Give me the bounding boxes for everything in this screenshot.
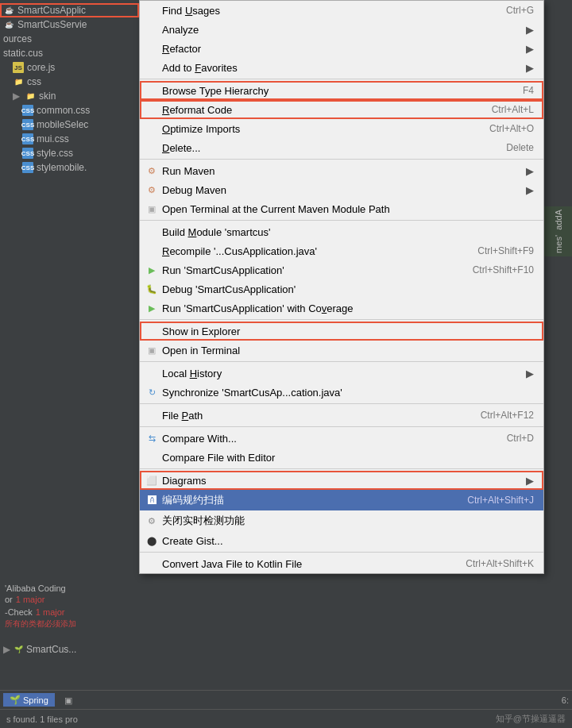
submenu-arrow: ▶ — [510, 475, 534, 487]
separator-5 — [140, 361, 543, 362]
tree-item-common-css[interactable]: CSS common.css — [0, 103, 139, 117]
submenu-arrow: ▶ — [510, 24, 534, 36]
tree-label: SmartCusApplic — [17, 5, 86, 16]
tree-item-style-css[interactable]: CSS style.css — [0, 146, 139, 160]
spring-icon: 🌱 — [13, 644, 24, 655]
menu-label: Run 'SmartCusApplication' with Coverage — [162, 302, 354, 314]
menu-item-open-terminal2[interactable]: ▣ Open in Terminal — [140, 341, 543, 360]
menu-item-code-scan[interactable]: 🅰 编码规约扫描 Ctrl+Alt+Shift+J — [140, 490, 543, 510]
tab-spring[interactable]: 🌱 Spring — [3, 693, 55, 707]
menu-item-delete[interactable]: Delete... Delete — [140, 138, 543, 157]
tree-label: mui.css — [37, 133, 69, 144]
tree-item-corejs[interactable]: JS core.js — [0, 60, 139, 75]
tree-item-sources[interactable]: ources — [0, 32, 139, 46]
menu-label: Open in Terminal — [162, 345, 240, 356]
menu-label: Compare With... — [162, 433, 237, 445]
right-label-2: mes' — [554, 235, 563, 253]
tree-item-smartcus-bottom[interactable]: ▶ 🌱 SmartCus... — [0, 642, 139, 657]
separator-4 — [140, 319, 543, 320]
menu-label: Analyze — [162, 24, 199, 36]
submenu-arrow: ▶ — [510, 368, 534, 379]
expand-arrow: ▶ — [13, 91, 20, 102]
menu-label: Synchronize 'SmartCusAp...cation.java' — [162, 387, 342, 399]
tree-item-static[interactable]: static.cus — [0, 46, 139, 60]
coding-standard-label: 'Alibaba Coding — [5, 584, 134, 593]
tree-label: stylemobile. — [37, 162, 87, 173]
menu-label: Open Terminal at the Current Maven Modul… — [162, 203, 390, 215]
menu-item-build-module[interactable]: Build Module 'smartcus' — [140, 222, 543, 241]
separator-2 — [140, 159, 543, 160]
menu-label: Create Gist... — [162, 535, 223, 547]
menu-item-browse-hierarchy[interactable]: Browse Type Hierarchy F4 — [140, 81, 543, 100]
menu-label: Recompile '...CusApplication.java' — [162, 245, 317, 257]
menu-item-file-path[interactable]: File Path Ctrl+Alt+F12 — [140, 406, 543, 425]
separator-7 — [140, 426, 543, 427]
tree-item-smartcusservie[interactable]: ☕ SmartCusServie — [0, 17, 139, 32]
menu-item-optimize[interactable]: Optimize Imports Ctrl+Alt+O — [140, 119, 543, 138]
menu-item-compare-with[interactable]: ⇆ Compare With... Ctrl+D — [140, 429, 543, 448]
tree-item-css-folder[interactable]: 📁 css — [0, 75, 139, 89]
menu-item-diagrams[interactable]: ⬜ Diagrams ▶ — [140, 471, 543, 490]
separator-1 — [140, 79, 543, 79]
css-icon: CSS — [22, 119, 33, 130]
github-icon: ⬤ — [145, 533, 159, 548]
menu-label: Debug Maven — [162, 184, 226, 196]
shortcut-label: Ctrl+Alt+L — [468, 104, 534, 115]
close-realtime-icon: ⚙ — [145, 514, 159, 528]
right-label-1: addA — [554, 210, 563, 230]
menu-item-add-favorites[interactable]: Add to Favorites ▶ — [140, 58, 543, 77]
folder-icon: 📁 — [13, 76, 24, 87]
menu-label: 编码规约扫描 — [162, 493, 224, 507]
menu-label: Add to Favorites — [162, 62, 238, 74]
menu-label: Browse Type Hierarchy — [162, 85, 269, 97]
context-menu: Find Usages Ctrl+G Analyze ▶ Refactor ▶ … — [139, 0, 544, 574]
menu-label: File Path — [162, 410, 203, 422]
menu-item-run-app[interactable]: ▶ Run 'SmartCusApplication' Ctrl+Shift+F… — [140, 260, 543, 279]
tab-other[interactable]: ▣ — [58, 692, 79, 707]
line-col-label: 6: — [562, 695, 569, 705]
status-message: s found. 1 files pro — [6, 715, 78, 724]
separator-9 — [140, 552, 543, 553]
menu-item-reformat[interactable]: Reformat Code Ctrl+Alt+L — [140, 100, 543, 119]
menu-item-refactor[interactable]: Refactor ▶ — [140, 39, 543, 58]
tree-item-skin-folder[interactable]: ▶ 📁 skin — [0, 89, 139, 103]
menu-label: 关闭实时检测功能 — [162, 514, 245, 528]
menu-item-close-realtime[interactable]: ⚙ 关闭实时检测功能 — [140, 510, 543, 531]
menu-item-show-explorer[interactable]: Show in Explorer — [140, 322, 543, 341]
menu-item-run-maven[interactable]: ⚙ Run Maven ▶ — [140, 161, 543, 180]
menu-item-debug-app[interactable]: 🐛 Debug 'SmartCusApplication' — [140, 279, 543, 299]
tree-item-mui-css[interactable]: CSS mui.css — [0, 132, 139, 146]
menu-item-local-history[interactable]: Local History ▶ — [140, 364, 543, 383]
menu-item-open-terminal-maven[interactable]: ▣ Open Terminal at the Current Maven Mod… — [140, 199, 543, 218]
tree-item-mobileselec[interactable]: CSS mobileSelec — [0, 117, 139, 132]
menu-item-analyze[interactable]: Analyze ▶ — [140, 20, 543, 39]
debug-icon: 🐛 — [145, 282, 159, 296]
tree-label: static.cus — [3, 48, 43, 59]
compare-icon: ⇆ — [145, 431, 159, 445]
menu-item-run-coverage[interactable]: ▶ Run 'SmartCusApplication' with Coverag… — [140, 299, 543, 318]
menu-item-synchronize[interactable]: ↻ Synchronize 'SmartCusAp...cation.java' — [140, 383, 543, 402]
menu-item-recompile[interactable]: Recompile '...CusApplication.java' Ctrl+… — [140, 241, 543, 260]
terminal2-icon: ▣ — [145, 343, 159, 357]
menu-item-convert-kotlin[interactable]: Convert Java File to Kotlin File Ctrl+Al… — [140, 554, 543, 573]
diagrams-icon: ⬜ — [145, 473, 159, 487]
shortcut-label: Ctrl+G — [482, 5, 534, 16]
menu-item-find-usages[interactable]: Find Usages Ctrl+G — [140, 1, 543, 20]
tree-item-stylemobile[interactable]: CSS stylemobile. — [0, 160, 139, 175]
check-message: 所有的类都必须添加 — [5, 618, 134, 630]
submenu-arrow: ▶ — [510, 165, 534, 177]
tree-label: mobileSelec — [37, 119, 88, 130]
menu-item-compare-editor[interactable]: Compare File with Editor — [140, 448, 543, 467]
menu-label: Optimize Imports — [162, 123, 240, 135]
menu-label: Convert Java File to Kotlin File — [162, 558, 302, 570]
shortcut-label: Delete — [482, 142, 534, 153]
status-row: s found. 1 files pro 知乎@节操逼逼器 — [0, 710, 572, 728]
tree-item-smartcusapplic[interactable]: ☕ SmartCusApplic — [0, 3, 139, 17]
menu-label: Delete... — [162, 142, 200, 154]
menu-item-debug-maven[interactable]: ⚙ Debug Maven ▶ — [140, 180, 543, 199]
menu-item-create-gist[interactable]: ⬤ Create Gist... — [140, 531, 543, 550]
shortcut-label: Ctrl+Shift+F9 — [454, 245, 534, 256]
alibaba-icon: 🅰 — [145, 493, 159, 507]
shortcut-label: Ctrl+Alt+F12 — [457, 410, 534, 421]
zhihu-watermark: 知乎@节操逼逼器 — [496, 713, 566, 725]
